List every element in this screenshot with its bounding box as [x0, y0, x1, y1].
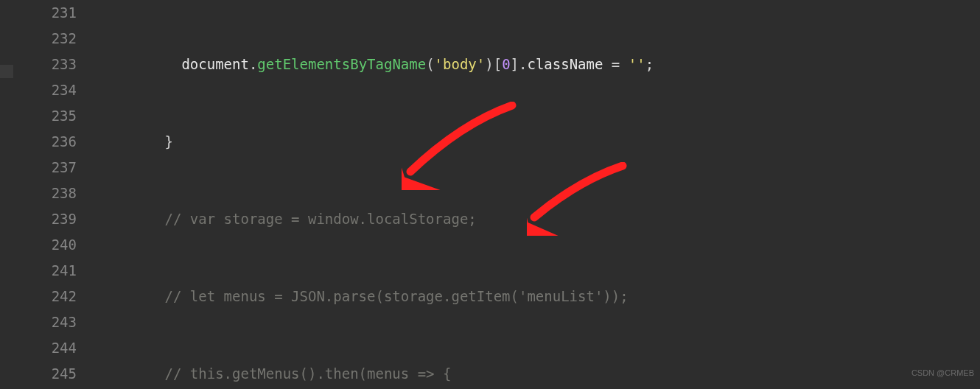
line-number: 234: [10, 77, 77, 103]
token-number: 0: [502, 56, 510, 72]
line-number: 241: [10, 258, 77, 284]
line-number: 232: [10, 26, 77, 52]
line-number: 238: [10, 181, 77, 206]
line-number: 240: [10, 232, 77, 258]
token-string: '': [629, 56, 645, 72]
token-prop: className: [527, 56, 603, 72]
line-number: 239: [10, 206, 77, 232]
line-number: 236: [10, 129, 77, 155]
token-string: 'body': [435, 56, 486, 72]
breakpoint-marker: [0, 65, 13, 78]
code-editor[interactable]: 2312322332342352362372382392402412422432…: [0, 0, 980, 389]
code-line-233: // var storage = window.localStorage;: [97, 206, 980, 232]
code-line-235: // this.getMenus().then(menus => {: [97, 361, 980, 387]
watermark-text: CSDN @CRMEB: [911, 360, 974, 386]
line-number: 242: [10, 284, 77, 309]
token-method: getElementsByTagName: [257, 56, 426, 72]
token-object: document: [181, 56, 249, 72]
line-number: 245: [10, 361, 77, 387]
line-number: 231: [10, 0, 77, 26]
line-number: 237: [10, 155, 77, 181]
line-number: 243: [10, 309, 77, 335]
line-number: 233: [10, 52, 77, 77]
token-comment: // this.getMenus().then(menus => {: [165, 365, 452, 382]
code-line-231: document.getElementsByTagName('body')[0]…: [97, 52, 980, 77]
token-comment: // var storage = window.localStorage;: [165, 211, 477, 227]
code-line-234: // let menus = JSON.parse(storage.getIte…: [97, 284, 980, 309]
line-number: 235: [10, 103, 77, 129]
line-number: 244: [10, 335, 77, 361]
code-line-232: }: [97, 129, 980, 155]
code-content[interactable]: document.getElementsByTagName('body')[0]…: [97, 0, 980, 389]
line-number-gutter: 2312322332342352362372382392402412422432…: [10, 0, 97, 389]
left-margin: [0, 0, 10, 389]
token-comment: // let menus = JSON.parse(storage.getIte…: [165, 288, 629, 304]
